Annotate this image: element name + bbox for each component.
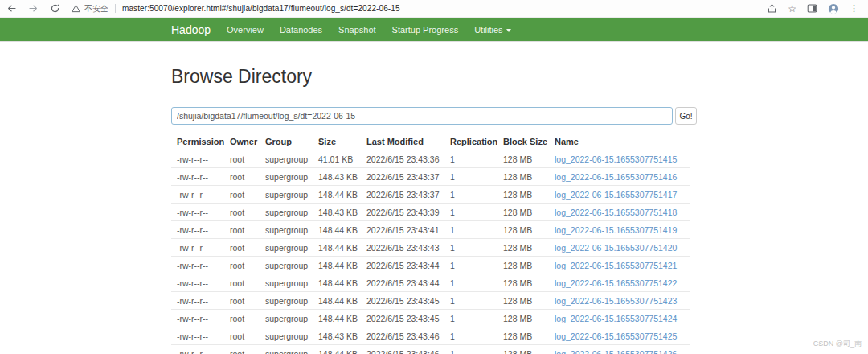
chevron-down-icon: [506, 29, 511, 32]
side-panel-icon: [807, 3, 817, 14]
cell-size: 148.44 KB: [313, 239, 361, 257]
file-link[interactable]: log_2022-06-15.1655307751416: [555, 172, 677, 182]
cell-permission: -rw-r--r--: [171, 292, 224, 310]
reload-button[interactable]: [50, 3, 60, 14]
cell-replication: 1: [444, 239, 497, 257]
cell-replication: 1: [444, 186, 497, 204]
cell-group: supergroup: [260, 150, 313, 168]
forward-arrow-icon: [28, 3, 39, 14]
directory-path-input[interactable]: [171, 107, 673, 125]
cell-size: 148.43 KB: [313, 168, 361, 186]
profile-avatar-icon[interactable]: [828, 3, 839, 14]
cell-permission: -rw-r--r--: [171, 239, 224, 257]
cell-name: log_2022-06-15.1655307751426: [549, 345, 690, 354]
cell-modified: 2022/6/15 23:43:36: [361, 150, 444, 168]
forward-button[interactable]: [28, 3, 39, 14]
cell-modified: 2022/6/15 23:43:43: [361, 239, 444, 257]
cell-name: log_2022-06-15.1655307751425: [549, 327, 690, 345]
cell-block_size: 128 MB: [497, 150, 549, 168]
avatar: [828, 3, 839, 14]
cell-owner: root: [224, 345, 260, 354]
navbar-item-snapshot[interactable]: Snapshot: [330, 18, 383, 42]
column-header-owner: Owner: [224, 133, 260, 150]
table-row: -rw-r--r--rootsupergroup148.44 KB2022/6/…: [171, 239, 690, 257]
reload-icon: [50, 3, 60, 14]
side-panel-button[interactable]: [807, 3, 817, 14]
table-row: -rw-r--r--rootsupergroup148.44 KB2022/6/…: [171, 274, 690, 292]
cell-replication: 1: [444, 168, 497, 186]
table-row: -rw-r--r--rootsupergroup148.43 KB2022/6/…: [171, 168, 690, 186]
cell-block_size: 128 MB: [497, 310, 549, 327]
cell-name: log_2022-06-15.1655307751419: [549, 221, 690, 239]
cell-modified: 2022/6/15 23:43:44: [361, 274, 444, 292]
cell-owner: root: [224, 292, 260, 310]
table-row: -rw-r--r--rootsupergroup148.44 KB2022/6/…: [171, 310, 690, 327]
cell-permission: -rw-r--r--: [171, 150, 224, 168]
cell-permission: -rw-r--r--: [171, 257, 224, 274]
file-link[interactable]: log_2022-06-15.1655307751415: [555, 154, 677, 164]
navbar-item-startup-progress[interactable]: Startup Progress: [384, 18, 467, 42]
file-link[interactable]: log_2022-06-15.1655307751424: [555, 314, 677, 323]
divider: [171, 97, 697, 97]
cell-name: log_2022-06-15.1655307751420: [549, 239, 690, 257]
bookmark-star-icon[interactable]: ☆: [788, 4, 796, 14]
cell-block_size: 128 MB: [497, 327, 549, 345]
cell-modified: 2022/6/15 23:43:44: [361, 257, 444, 274]
divider: [115, 4, 116, 13]
cell-replication: 1: [444, 221, 497, 239]
navbar-item-datanodes[interactable]: Datanodes: [272, 18, 330, 42]
address-bar[interactable]: 不安全 master:50070/explorer.html#/shujia/b…: [72, 0, 757, 17]
cell-block_size: 128 MB: [497, 292, 549, 310]
table-row: -rw-r--r--rootsupergroup148.44 KB2022/6/…: [171, 221, 690, 239]
cell-modified: 2022/6/15 23:43:46: [361, 345, 444, 354]
cell-replication: 1: [444, 310, 497, 327]
file-link[interactable]: log_2022-06-15.1655307751419: [555, 225, 677, 235]
cell-block_size: 128 MB: [497, 239, 549, 257]
cell-modified: 2022/6/15 23:43:37: [361, 186, 444, 204]
table-row: -rw-r--r--rootsupergroup41.01 KB2022/6/1…: [171, 150, 690, 168]
column-header-group: Group: [260, 133, 313, 150]
cell-modified: 2022/6/15 23:43:39: [361, 204, 444, 221]
cell-owner: root: [224, 239, 260, 257]
cell-name: log_2022-06-15.1655307751416: [549, 168, 690, 186]
cell-size: 148.44 KB: [313, 345, 361, 354]
cell-permission: -rw-r--r--: [171, 204, 224, 221]
cell-size: 148.44 KB: [313, 292, 361, 310]
column-header-replication: Replication: [444, 133, 497, 150]
watermark: CSDN @司_南: [813, 339, 862, 349]
cell-owner: root: [224, 204, 260, 221]
file-table: PermissionOwnerGroupSizeLast ModifiedRep…: [171, 133, 690, 354]
file-link[interactable]: log_2022-06-15.1655307751420: [555, 243, 677, 253]
column-header-size: Size: [313, 133, 361, 150]
kebab-menu-icon[interactable]: ⋮: [850, 4, 858, 13]
cell-owner: root: [224, 186, 260, 204]
file-link[interactable]: log_2022-06-15.1655307751426: [555, 349, 677, 354]
cell-size: 148.44 KB: [313, 310, 361, 327]
cell-group: supergroup: [260, 168, 313, 186]
cell-size: 148.43 KB: [313, 327, 361, 345]
cell-block_size: 128 MB: [497, 274, 549, 292]
cell-replication: 1: [444, 274, 497, 292]
navbar-item-utilities[interactable]: Utilities: [466, 18, 518, 42]
back-button[interactable]: [6, 3, 17, 14]
file-table-body: -rw-r--r--rootsupergroup41.01 KB2022/6/1…: [171, 150, 690, 354]
cell-replication: 1: [444, 150, 497, 168]
cell-group: supergroup: [260, 274, 313, 292]
file-link[interactable]: log_2022-06-15.1655307751425: [555, 331, 677, 341]
column-header-permission: Permission: [171, 133, 224, 150]
file-link[interactable]: log_2022-06-15.1655307751418: [555, 208, 677, 217]
file-link[interactable]: log_2022-06-15.1655307751421: [555, 261, 677, 270]
cell-size: 41.01 KB: [313, 150, 361, 168]
cell-permission: -rw-r--r--: [171, 327, 224, 345]
cell-size: 148.44 KB: [313, 257, 361, 274]
cell-block_size: 128 MB: [497, 204, 549, 221]
table-row: -rw-r--r--rootsupergroup148.44 KB2022/6/…: [171, 345, 690, 354]
go-button[interactable]: Go!: [675, 107, 697, 125]
navbar-brand[interactable]: Hadoop: [171, 23, 211, 36]
share-button[interactable]: [767, 3, 777, 14]
file-link[interactable]: log_2022-06-15.1655307751422: [555, 278, 677, 288]
file-link[interactable]: log_2022-06-15.1655307751423: [555, 296, 677, 306]
navbar-item-overview[interactable]: Overview: [219, 18, 272, 42]
cell-group: supergroup: [260, 239, 313, 257]
file-link[interactable]: log_2022-06-15.1655307751417: [555, 190, 677, 200]
